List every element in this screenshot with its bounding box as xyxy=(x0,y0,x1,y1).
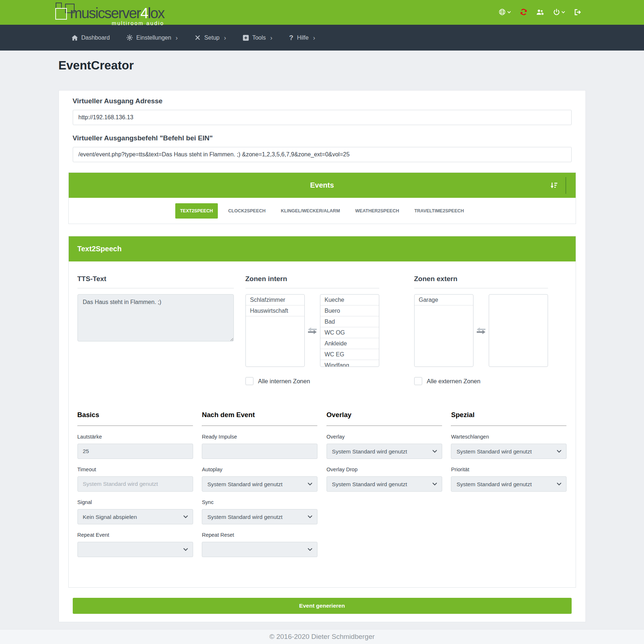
sync-select[interactable]: System Standard wird genutzt xyxy=(202,509,317,524)
home-icon xyxy=(72,35,78,41)
zone-item[interactable]: WC EG xyxy=(320,349,379,360)
logout-icon[interactable] xyxy=(575,9,581,15)
timeout-label: Timeout xyxy=(77,466,193,473)
zones-intern-label: Zonen intern xyxy=(245,275,379,283)
plus-square-icon xyxy=(243,35,249,41)
address-group: Virtueller Ausgang Adresse xyxy=(73,97,572,125)
event-tab-clock2speech[interactable]: CLOCK2SPEECH xyxy=(224,203,271,219)
zone-item[interactable]: Bad xyxy=(320,316,379,327)
zone-item[interactable]: Ankleide xyxy=(320,338,379,349)
zones-intern-available-list[interactable]: KuecheBueroBadWC OGAnkleideWC EGWindfang xyxy=(320,294,379,367)
autoplay-select[interactable]: System Standard wird genutzt xyxy=(202,476,317,492)
zones-extern-available-list[interactable] xyxy=(489,294,548,367)
app-header: musicserver4lox multiroom audio xyxy=(0,0,644,25)
zone-item[interactable]: Garage xyxy=(415,295,473,305)
divider xyxy=(77,425,193,426)
overlay-select[interactable]: System Standard wird genutzt xyxy=(327,444,442,459)
ready-impulse-input[interactable] xyxy=(202,444,317,459)
nav-item-tools[interactable]: Tools› xyxy=(243,35,272,41)
prioritaet-select[interactable]: System Standard wird genutzt xyxy=(451,476,567,492)
option-column-spezial: SpezialWarteschlangenSystem Standard wir… xyxy=(451,404,567,557)
zones-extern-selected-list[interactable]: Garage xyxy=(414,294,473,367)
tools-icon xyxy=(195,35,201,41)
warteschlangen-label: Warteschlangen xyxy=(451,433,567,440)
option-column-nach-dem-event: Nach dem EventReady ImpulseAutoplaySyste… xyxy=(202,404,317,557)
events-panel-title: Events xyxy=(310,181,334,189)
chevron-right-icon: › xyxy=(224,35,226,41)
logo-title: musicserver4lox xyxy=(70,6,164,20)
divider xyxy=(414,288,548,288)
users-settings-icon[interactable] xyxy=(536,9,544,15)
nav-item-dashboard[interactable]: Dashboard xyxy=(72,35,110,41)
column-title: Overlay xyxy=(327,411,442,419)
overlay-drop-select[interactable]: System Standard wird genutzt xyxy=(327,476,442,492)
event-tab-weather2speech[interactable]: WEATHER2SPEECH xyxy=(351,203,404,219)
prioritaet-select-wrap: System Standard wird genutzt xyxy=(451,476,567,492)
nav-item-einstellungen[interactable]: Einstellungen› xyxy=(127,35,178,41)
event-tab-text2speech[interactable]: TEXT2SPEECH xyxy=(175,203,217,219)
page-title: EventCreator xyxy=(59,58,586,73)
app-logo[interactable]: musicserver4lox multiroom audio xyxy=(55,0,164,25)
lautstaerke-label: Lautstärke xyxy=(77,433,193,440)
text2speech-panel-header: Text2Speech xyxy=(69,236,576,261)
events-panel-header: Events xyxy=(69,173,576,198)
option-columns: BasicsLautstärkeTimeoutSignalKein Signal… xyxy=(77,404,567,587)
repeat-reset-select[interactable] xyxy=(202,542,317,557)
zones-extern-group: Zonen extern Garage Alle externen Zonen xyxy=(414,275,548,385)
footer: © 2016-2020 Dieter Schmidberger xyxy=(0,629,644,644)
event-tab-klingel-wecker-alarm[interactable]: KLINGEL/WECKER/ALARM xyxy=(276,203,345,219)
zones-extern-label: Zonen extern xyxy=(414,275,548,283)
all-intern-zones-checkbox[interactable] xyxy=(245,377,253,385)
timeout-input[interactable] xyxy=(77,476,193,492)
command-input[interactable] xyxy=(73,147,572,162)
refresh-icon[interactable] xyxy=(520,9,527,15)
chevron-right-icon: › xyxy=(176,35,178,41)
sort-amount-icon[interactable] xyxy=(550,182,557,189)
all-intern-zones-label: Alle internen Zonen xyxy=(258,378,310,385)
ready-impulse-label: Ready Impulse xyxy=(202,433,317,440)
autoplay-label: Autoplay xyxy=(202,466,317,473)
nav-item-label: Setup xyxy=(204,35,220,41)
text2speech-panel-title: Text2Speech xyxy=(77,245,122,253)
tts-text-input[interactable] xyxy=(77,294,234,341)
main-nav: DashboardEinstellungen›Setup›Tools›?Hilf… xyxy=(0,25,644,51)
zone-item[interactable]: Windfang xyxy=(320,360,379,367)
lautstaerke-input[interactable] xyxy=(77,444,193,459)
divider xyxy=(77,288,234,288)
repeat-event-select[interactable] xyxy=(77,542,193,557)
tts-text-label: TTS-Text xyxy=(77,275,234,283)
divider xyxy=(451,425,567,426)
address-input[interactable] xyxy=(73,110,572,125)
zone-item[interactable]: WC OG xyxy=(320,327,379,338)
chevron-down-icon xyxy=(507,11,511,13)
repeat-reset-label: Repeat Reset xyxy=(202,532,317,538)
overlay-select-wrap: System Standard wird genutzt xyxy=(327,444,442,459)
autoplay-select-wrap: System Standard wird genutzt xyxy=(202,476,317,492)
signal-label: Signal xyxy=(77,499,193,505)
language-icon[interactable] xyxy=(499,9,511,15)
nav-item-hilfe[interactable]: ?Hilfe› xyxy=(289,34,315,42)
zone-item[interactable]: Hauswirtschaft xyxy=(246,305,304,316)
event-tabs: TEXT2SPEECHCLOCK2SPEECHKLINGEL/WECKER/AL… xyxy=(69,198,576,224)
zone-item[interactable]: Schlafzimmer xyxy=(246,295,304,305)
warteschlangen-select[interactable]: System Standard wird genutzt xyxy=(451,444,567,459)
transfer-arrows-icon[interactable] xyxy=(305,294,320,367)
zone-item[interactable]: Kueche xyxy=(320,295,379,305)
question-icon: ? xyxy=(289,34,293,42)
zones-intern-group: Zonen intern SchlafzimmerHauswirtschaft … xyxy=(245,275,379,385)
zones-intern-selected-list[interactable]: SchlafzimmerHauswirtschaft xyxy=(245,294,305,367)
option-column-basics: BasicsLautstärkeTimeoutSignalKein Signal… xyxy=(77,404,193,557)
logo-squares-icon xyxy=(55,0,75,23)
all-extern-zones-checkbox[interactable] xyxy=(414,377,422,385)
signal-select-wrap: Kein Signal abspielen xyxy=(77,509,193,524)
zone-item[interactable]: Buero xyxy=(320,305,379,316)
signal-select[interactable]: Kein Signal abspielen xyxy=(77,509,193,524)
overlay-drop-label: Overlay Drop xyxy=(327,466,442,473)
nav-item-setup[interactable]: Setup› xyxy=(195,35,226,41)
event-tab-traveltime2speech[interactable]: TRAVELTIME2SPEECH xyxy=(409,203,468,219)
transfer-arrows-icon[interactable] xyxy=(473,294,489,367)
power-icon[interactable] xyxy=(553,9,565,15)
generate-event-button[interactable]: Event generieren xyxy=(73,598,572,614)
nav-item-label: Dashboard xyxy=(81,35,110,41)
text2speech-panel: Text2Speech TTS-Text Zonen intern xyxy=(68,236,576,588)
